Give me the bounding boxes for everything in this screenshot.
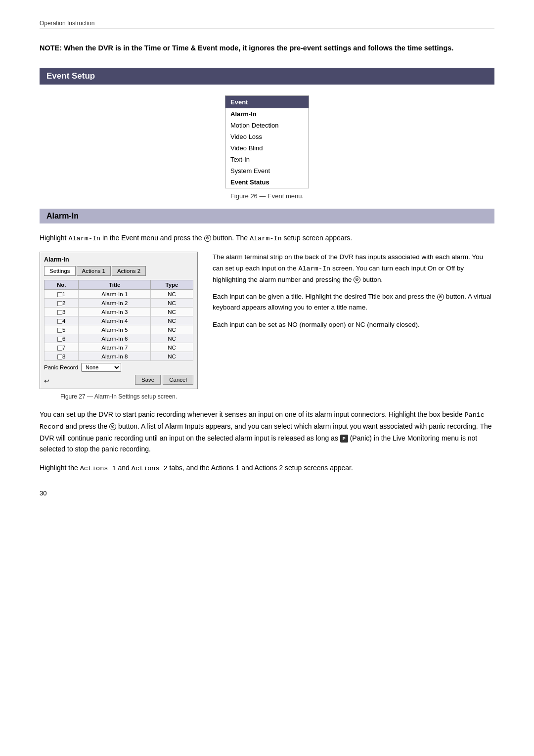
cell-title: Alarm-In 5 xyxy=(79,325,151,334)
event-menu-item-systemevent[interactable]: System Event xyxy=(225,165,309,177)
cell-no: 4 xyxy=(44,316,79,325)
header-bar: Operation Instruction xyxy=(40,20,494,29)
alarmin-description-col: The alarm terminal strip on the back of … xyxy=(213,252,494,330)
panic-record-label: Panic Record xyxy=(44,364,78,370)
event-menu-title: Event xyxy=(225,96,309,108)
table-row: 8 Alarm-In 8 NC xyxy=(44,352,193,361)
back-button[interactable]: ↩ xyxy=(44,377,49,385)
alarmin-heading: Alarm-In xyxy=(40,209,494,223)
cell-type: NC xyxy=(151,308,193,316)
col-header-no: No. xyxy=(44,280,79,290)
event-menu-item-videoblind[interactable]: Video Blind xyxy=(225,142,309,154)
panic-icon: P xyxy=(340,435,348,443)
header-label: Operation Instruction xyxy=(40,20,94,27)
cell-type: NC xyxy=(151,316,193,325)
panic-recording-para: You can set up the DVR to start panic re… xyxy=(40,409,494,454)
cell-no: 1 xyxy=(44,290,79,299)
ok-icon-4: ⊗ xyxy=(109,423,116,430)
cell-type: NC xyxy=(151,352,193,361)
event-menu-item-motion[interactable]: Motion Detection xyxy=(225,120,309,131)
actions-tabs-para: Highlight the Actions 1 and Actions 2 ta… xyxy=(40,462,494,474)
cell-type: NC xyxy=(151,325,193,334)
ok-icon-3: ⊗ xyxy=(437,294,444,301)
ok-button-icon-1: ⊗ xyxy=(204,235,211,242)
cell-title: Alarm-In 6 xyxy=(79,334,151,343)
event-menu-item-eventstatus[interactable]: Event Status xyxy=(225,177,309,188)
figure27-caption: Figure 27 — Alarm-In Settings setup scre… xyxy=(40,393,198,400)
event-menu-figure: Event Alarm-In Motion Detection Video Lo… xyxy=(40,95,494,200)
event-menu-box: Event Alarm-In Motion Detection Video Lo… xyxy=(225,95,309,188)
event-menu-item-alarmin[interactable]: Alarm-In xyxy=(225,108,309,120)
panic-record-select[interactable]: None Alarm-In 1 Alarm-In 2 xyxy=(81,363,121,372)
cell-title: Alarm-In 3 xyxy=(79,308,151,316)
cell-type: NC xyxy=(151,299,193,308)
tab-actions2[interactable]: Actions 2 xyxy=(112,266,146,276)
alarm-screen-title: Alarm-In xyxy=(44,256,193,263)
desc-para-2: Each input can be given a title. Highlig… xyxy=(213,291,494,313)
table-row: 6 Alarm-In 6 NC xyxy=(44,334,193,343)
cell-no: 7 xyxy=(44,343,79,352)
cell-title: Alarm-In 1 xyxy=(79,290,151,299)
cell-type: NC xyxy=(151,343,193,352)
alarm-table: No. Title Type 1 Alarm-In 1 NC 2 xyxy=(44,280,193,361)
cancel-button[interactable]: Cancel xyxy=(163,375,193,385)
cell-type: NC xyxy=(151,334,193,343)
page-number: 30 xyxy=(40,489,46,497)
tab-settings[interactable]: Settings xyxy=(44,266,76,276)
event-setup-heading: Event Setup xyxy=(40,68,494,85)
event-menu-item-videoloss[interactable]: Video Loss xyxy=(225,131,309,142)
ok-icon-2: ⊗ xyxy=(354,276,360,283)
cell-no: 6 xyxy=(44,334,79,343)
cell-no: 8 xyxy=(44,352,79,361)
alarm-screen: Alarm-In Settings Actions 1 Actions 2 No… xyxy=(40,252,198,389)
cell-no: 5 xyxy=(44,325,79,334)
alarm-tabs: Settings Actions 1 Actions 2 xyxy=(44,266,193,276)
cell-title: Alarm-In 2 xyxy=(79,299,151,308)
event-menu-item-textin[interactable]: Text-In xyxy=(225,154,309,165)
desc-para-1: The alarm terminal strip on the back of … xyxy=(213,252,494,285)
cell-title: Alarm-In 8 xyxy=(79,352,151,361)
table-row: 5 Alarm-In 5 NC xyxy=(44,325,193,334)
table-row: 1 Alarm-In 1 NC xyxy=(44,290,193,299)
alarmin-two-col: Alarm-In Settings Actions 1 Actions 2 No… xyxy=(40,252,494,400)
alarmin-label-inline2: Alarm-In xyxy=(250,235,282,242)
col-header-type: Type xyxy=(151,280,193,290)
screen-footer: Panic Record None Alarm-In 1 Alarm-In 2 xyxy=(44,363,193,372)
cell-type: NC xyxy=(151,290,193,299)
cell-no: 3 xyxy=(44,308,79,316)
tab-actions1[interactable]: Actions 1 xyxy=(77,266,111,276)
cell-no: 2 xyxy=(44,299,79,308)
desc-para-3: Each input can be set as NO (normally op… xyxy=(213,319,494,330)
alarmin-screen-col: Alarm-In Settings Actions 1 Actions 2 No… xyxy=(40,252,198,400)
table-row: 4 Alarm-In 4 NC xyxy=(44,316,193,325)
note-text: NOTE: When the DVR is in the Time or Tim… xyxy=(40,43,494,54)
alarmin-label-inline: Alarm-In xyxy=(68,235,100,242)
panic-record-row: Panic Record None Alarm-In 1 Alarm-In 2 xyxy=(44,363,121,372)
cell-title: Alarm-In 7 xyxy=(79,343,151,352)
table-row: 2 Alarm-In 2 NC xyxy=(44,299,193,308)
alarm-buttons: Save Cancel xyxy=(135,375,193,385)
cell-title: Alarm-In 4 xyxy=(79,316,151,325)
col-header-title: Title xyxy=(79,280,151,290)
alarmin-intro: Highlight Alarm-In in the Event menu and… xyxy=(40,232,494,244)
table-row: 3 Alarm-In 3 NC xyxy=(44,308,193,316)
table-row: 7 Alarm-In 7 NC xyxy=(44,343,193,352)
figure26-caption: Figure 26 — Event menu. xyxy=(230,192,304,200)
save-button[interactable]: Save xyxy=(135,375,161,385)
